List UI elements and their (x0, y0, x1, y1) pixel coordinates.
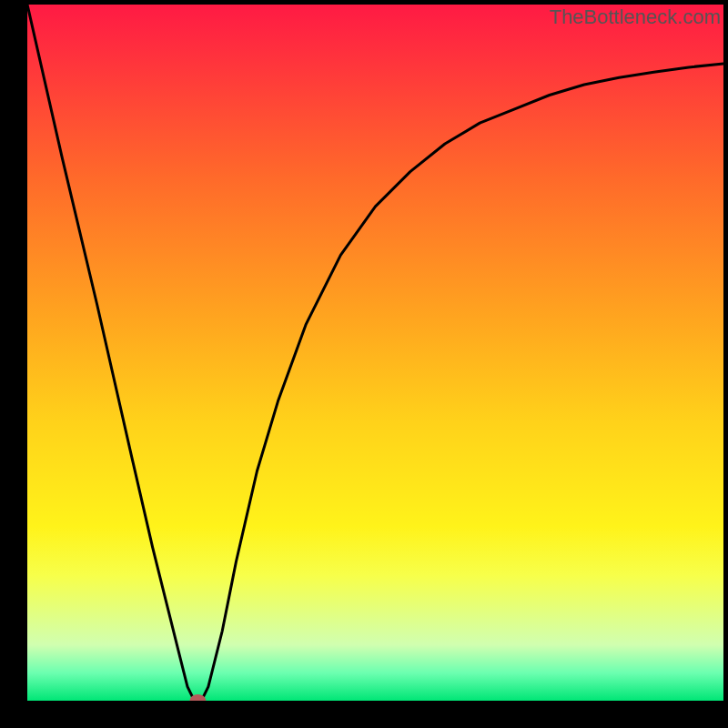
curve-path (27, 5, 723, 701)
curve-svg (27, 5, 723, 701)
bottleneck-chart: TheBottleneck.com (0, 0, 728, 728)
plot-area (27, 5, 723, 701)
